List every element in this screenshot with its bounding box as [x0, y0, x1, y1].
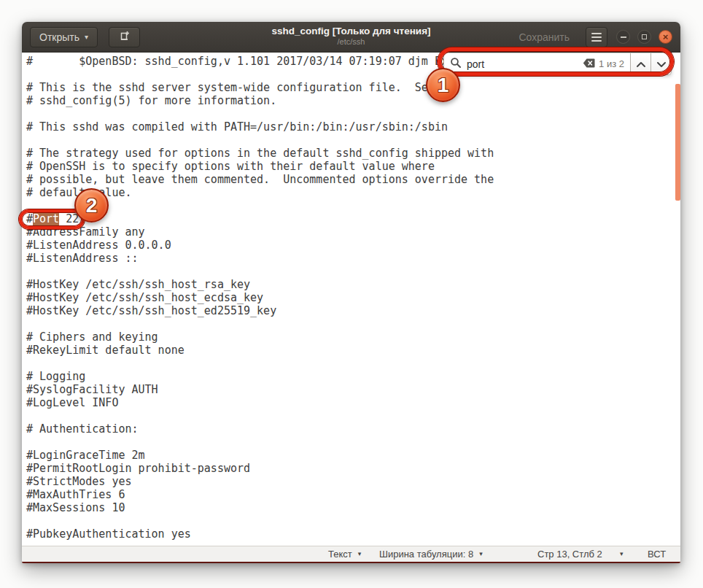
code-line: #RekeyLimit default none [26, 344, 494, 357]
code-line [26, 409, 494, 422]
code-line: #PubkeyAuthentication yes [26, 527, 494, 541]
new-document-icon [118, 29, 131, 45]
code-line: # Authentication: [26, 422, 494, 436]
vertical-scrollbar-thumb[interactable] [675, 84, 680, 201]
code-line: # Logging [26, 370, 494, 383]
code-line: #LogLevel INFO [26, 396, 494, 409]
header-bar: Открыть ▾ sshd_config [Только для чтения… [22, 22, 680, 53]
code-line: # $OpenBSD: sshd_config,v 1.101 2017/03/… [26, 55, 494, 68]
close-icon: × [663, 32, 669, 42]
code-line: # This is the sshd server system-wide co… [26, 81, 494, 94]
code-line: # possible, but leave them commented. Un… [26, 173, 494, 186]
caret-down-icon: ▾ [620, 546, 624, 562]
code-line [26, 199, 494, 212]
search-icon [450, 57, 462, 71]
chevron-down-icon [656, 58, 667, 71]
gedit-window: Открыть ▾ sshd_config [Только для чтения… [22, 22, 680, 563]
save-button[interactable]: Сохранить [518, 31, 570, 43]
code-line: #Port 22 [26, 212, 494, 225]
caret-down-icon: ▾ [85, 34, 88, 41]
code-area[interactable]: # $OpenBSD: sshd_config,v 1.101 2017/03/… [26, 55, 494, 541]
code-line: #ListenAddress :: [26, 252, 494, 265]
code-line: #ListenAddress 0.0.0.0 [26, 239, 494, 252]
code-line: # The strategy used for options in the d… [26, 147, 494, 160]
maximize-button[interactable] [637, 30, 651, 44]
code-line: #HostKey /etc/ssh/ssh_host_ed25519_key [26, 304, 494, 317]
tab-width-selector[interactable]: Ширина табуляции: 8 ▾ [379, 546, 483, 562]
code-line [26, 317, 494, 330]
hamburger-icon [591, 33, 602, 34]
code-line: #AddressFamily any [26, 225, 494, 239]
editor-area[interactable]: # $OpenBSD: sshd_config,v 1.101 2017/03/… [22, 53, 680, 546]
window-controls: × [616, 30, 672, 44]
search-next-button[interactable] [650, 53, 671, 74]
code-line: # default value. [26, 186, 494, 199]
code-line: #HostKey /etc/ssh/ssh_host_rsa_key [26, 278, 494, 291]
chevron-up-icon [636, 58, 646, 71]
search-input[interactable]: port [467, 58, 583, 70]
code-line: # sshd_config(5) for more information. [26, 94, 494, 107]
goto-line-dropdown[interactable]: ▾ [620, 546, 624, 562]
code-line: #SyslogFacility AUTH [26, 383, 494, 396]
code-line: # OpenSSH is to specify options with the… [26, 160, 494, 173]
code-line: # Ciphers and keying [26, 330, 494, 344]
language-selector[interactable]: Текст ▾ [328, 546, 361, 562]
maximize-icon [642, 34, 647, 39]
minimize-button[interactable] [616, 30, 630, 44]
cursor-position-indicator[interactable]: Стр 13, Стлб 2 [537, 546, 602, 562]
insert-mode-indicator: ВСТ [648, 546, 666, 562]
close-button[interactable]: × [659, 30, 672, 44]
status-bar: Текст ▾ Ширина табуляции: 8 ▾ Стр 13, Ст… [22, 546, 680, 562]
menu-button[interactable] [586, 27, 607, 47]
search-match-current: Port [33, 212, 59, 225]
code-line: #MaxAuthTries 6 [26, 488, 494, 501]
search-previous-button[interactable] [630, 53, 650, 74]
open-button[interactable]: Открыть ▾ [30, 27, 98, 47]
search-popup: port 1 из 2 [443, 53, 672, 75]
code-line [26, 134, 494, 147]
new-document-button[interactable] [109, 27, 140, 47]
window-subtitle: /etc/ssh [271, 37, 430, 46]
code-line [26, 107, 494, 120]
code-line: #LoginGraceTime 2m [26, 449, 494, 462]
open-button-label: Открыть [39, 31, 79, 43]
window-title-block: sshd_config [Только для чтения] /etc/ssh [271, 26, 430, 46]
minimize-icon [621, 36, 626, 38]
code-line: #StrictModes yes [26, 475, 494, 488]
code-line [26, 68, 494, 81]
code-line: #PermitRootLogin prohibit-password [26, 462, 494, 475]
code-line [26, 436, 494, 449]
code-line [26, 265, 494, 278]
code-line: # This sshd was compiled with PATH=/usr/… [26, 120, 494, 134]
caret-down-icon: ▾ [479, 546, 483, 562]
code-line [26, 514, 494, 527]
search-result-count: 1 из 2 [599, 58, 624, 69]
code-line: #MaxSessions 10 [26, 501, 494, 514]
clear-search-icon[interactable] [583, 58, 595, 71]
code-line: #HostKey /etc/ssh/ssh_host_ecdsa_key [26, 291, 494, 304]
code-line [26, 357, 494, 370]
caret-down-icon: ▾ [358, 546, 362, 562]
window-title: sshd_config [Только для чтения] [271, 26, 430, 36]
